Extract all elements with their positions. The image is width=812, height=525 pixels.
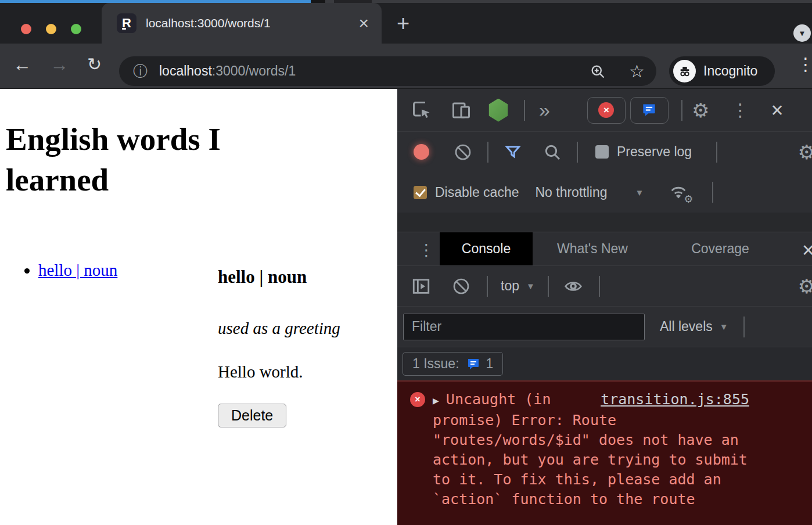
- separator: [712, 182, 713, 203]
- tab-strip: R localhost:3000/words/1 × + ▼: [0, 3, 812, 44]
- record-network-log-button[interactable]: [414, 144, 429, 160]
- remix-favicon-icon: R: [117, 13, 136, 33]
- settings-gear-icon[interactable]: ⚙: [692, 99, 709, 122]
- separator: [487, 276, 488, 297]
- expand-disclosure-icon[interactable]: ▶: [433, 394, 439, 407]
- tab-close-icon[interactable]: ×: [358, 15, 369, 32]
- inspect-element-icon[interactable]: [411, 100, 432, 121]
- drawer-close-icon[interactable]: ×: [802, 238, 812, 262]
- devtools-close-icon[interactable]: ×: [771, 98, 783, 123]
- delete-button[interactable]: Delete: [218, 404, 286, 427]
- drawer-tab-bar: ⋮ Console What's New Coverage ×: [397, 232, 812, 266]
- separator: [487, 142, 488, 163]
- context-selector[interactable]: top: [501, 278, 519, 294]
- network-conditions-row: Disable cache No throttling ▼ ⚙: [397, 172, 812, 213]
- incognito-badge: Incognito: [669, 56, 775, 86]
- devtools-panel: » × ⚙ ⋮ ×: [397, 89, 812, 525]
- devtools-menu-icon[interactable]: ⋮: [731, 100, 749, 120]
- tab-console[interactable]: Console: [440, 232, 533, 265]
- search-icon[interactable]: [543, 143, 562, 161]
- live-expression-eye-icon[interactable]: [563, 277, 584, 296]
- issue-chat-icon: [466, 357, 480, 371]
- separator: [743, 317, 745, 337]
- browser-menu-icon[interactable]: ⋮: [797, 54, 812, 74]
- error-badge-icon: ×: [598, 102, 614, 118]
- preserve-log-label: Preserve log: [617, 144, 692, 160]
- separator: [681, 100, 682, 121]
- network-toolbar: Preserve log ⚙: [397, 132, 812, 172]
- devtools-main-toolbar: » × ⚙ ⋮ ×: [397, 89, 812, 132]
- more-tabs-icon[interactable]: »: [539, 99, 550, 121]
- incognito-icon: [673, 60, 696, 82]
- log-levels-select[interactable]: All levels: [660, 319, 713, 335]
- filter-funnel-icon[interactable]: [504, 143, 522, 161]
- disable-cache-label: Disable cache: [435, 185, 519, 200]
- url-path: :3000/words/1: [212, 63, 296, 78]
- site-info-icon[interactable]: ⓘ: [133, 62, 148, 81]
- clear-console-icon[interactable]: [452, 277, 470, 296]
- issue-counter-button[interactable]: 1 Issue: 1: [403, 352, 503, 376]
- error-source-link[interactable]: transition.js:855: [601, 390, 749, 409]
- error-message-rest: promise) Error: Route "routes/words/$id"…: [433, 411, 749, 509]
- issues-button[interactable]: [630, 97, 669, 124]
- bookmark-star-icon[interactable]: ☆: [629, 61, 645, 81]
- word-link[interactable]: hello | noun: [38, 261, 117, 279]
- console-error-entry: × transition.js:855 ▶Uncaught (in promis…: [397, 380, 812, 525]
- network-conditions-icon[interactable]: ⚙: [668, 182, 689, 202]
- issue-bar: 1 Issue: 1: [397, 347, 812, 380]
- close-window-button[interactable]: [21, 24, 31, 34]
- error-icon: ×: [410, 392, 425, 407]
- console-settings-gear-icon[interactable]: ⚙: [798, 275, 812, 298]
- list-item: hello | noun: [38, 261, 117, 280]
- clear-network-log-icon[interactable]: [454, 143, 472, 161]
- browser-tab[interactable]: R localhost:3000/words/1 ×: [102, 3, 382, 44]
- address-bar[interactable]: ⓘ localhost:3000/words/1 ☆: [119, 56, 656, 86]
- network-settings-gear-icon[interactable]: ⚙: [798, 141, 812, 164]
- word-definition: used as a greeting: [218, 319, 340, 338]
- error-message: transition.js:855 ▶Uncaught (in promise)…: [433, 390, 749, 509]
- levels-dropdown-icon[interactable]: ▼: [720, 322, 728, 332]
- tab-title: localhost:3000/words/1: [146, 16, 353, 30]
- disable-cache-checkbox[interactable]: [414, 186, 427, 199]
- separator: [577, 142, 578, 163]
- separator: [548, 276, 549, 297]
- reload-icon[interactable]: ↻: [87, 54, 102, 74]
- conditions-gear-icon: ⚙: [684, 193, 693, 206]
- navigation-toolbar: ← → ↻ ⓘ localhost:3000/words/1 ☆: [0, 44, 812, 89]
- nodejs-icon[interactable]: [488, 99, 509, 122]
- zoom-level-icon[interactable]: [590, 63, 606, 80]
- word-example: Hello world.: [218, 362, 340, 382]
- separator: [716, 142, 717, 163]
- throttling-dropdown-icon[interactable]: ▼: [635, 188, 644, 197]
- drawer-menu-icon[interactable]: ⋮: [418, 240, 434, 260]
- word-detail: hello | noun used as a greeting Hello wo…: [218, 267, 340, 427]
- console-sidebar-icon[interactable]: [411, 276, 431, 296]
- browser-window: R localhost:3000/words/1 × + ▼ ← → ↻ ⓘ l…: [0, 0, 812, 525]
- throttling-select[interactable]: No throttling: [535, 185, 607, 200]
- device-toolbar-icon[interactable]: [451, 100, 472, 121]
- word-list: hello | noun: [5, 261, 117, 280]
- console-filter-input[interactable]: [403, 314, 645, 340]
- word-detail-title: hello | noun: [218, 267, 340, 287]
- tab-search-button[interactable]: ▼: [793, 24, 811, 42]
- fullscreen-window-button[interactable]: [71, 24, 81, 34]
- error-count-button[interactable]: ×: [587, 97, 626, 124]
- error-message-line1: Uncaught (in: [446, 391, 551, 408]
- console-toolbar: top ▼ ⚙: [397, 266, 812, 307]
- new-tab-button[interactable]: +: [397, 13, 409, 34]
- minimize-window-button[interactable]: [46, 24, 56, 34]
- forward-icon[interactable]: →: [50, 54, 69, 75]
- incognito-label: Incognito: [703, 63, 757, 79]
- issue-count: 1: [486, 356, 494, 372]
- issue-label: 1 Issue:: [412, 356, 459, 372]
- tab-whats-new[interactable]: What's New: [546, 232, 639, 265]
- back-icon[interactable]: ←: [13, 54, 31, 75]
- tab-coverage[interactable]: Coverage: [682, 232, 758, 265]
- separator: [524, 100, 525, 121]
- context-dropdown-icon[interactable]: ▼: [526, 281, 535, 291]
- separator: [599, 276, 600, 297]
- url-host: localhost: [159, 63, 212, 78]
- url-text: localhost:3000/words/1: [159, 63, 590, 79]
- preserve-log-checkbox[interactable]: [595, 145, 609, 159]
- page-content: English words I learned hello | noun hel…: [0, 89, 397, 525]
